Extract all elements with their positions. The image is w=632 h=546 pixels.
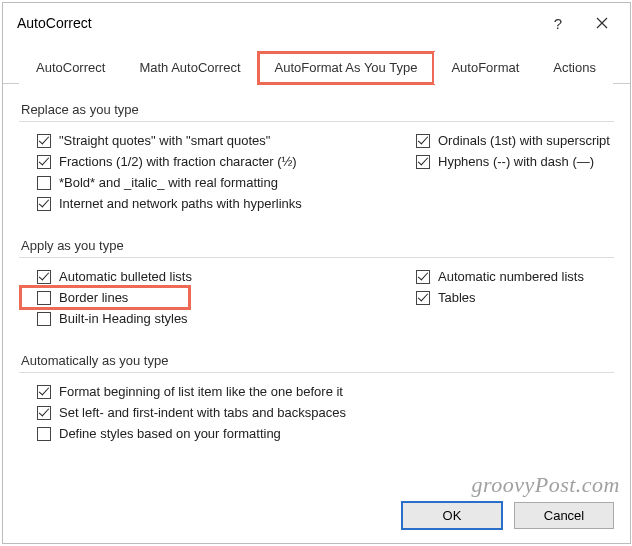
chk-ordinals[interactable]: Ordinals (1st) with superscript (416, 130, 614, 151)
checkbox-icon (37, 291, 51, 305)
window-title: AutoCorrect (17, 15, 536, 31)
tab-strip: AutoCorrect Math AutoCorrect AutoFormat … (3, 43, 630, 84)
checkbox-icon (37, 134, 51, 148)
checkbox-icon (37, 270, 51, 284)
close-icon (596, 17, 608, 29)
ok-button[interactable]: OK (402, 502, 502, 529)
chk-border-lines[interactable]: Border lines (21, 287, 189, 308)
chk-bold-italic[interactable]: *Bold* and _italic_ with real formatting (19, 172, 416, 193)
checkbox-icon (37, 197, 51, 211)
chk-set-indent[interactable]: Set left- and first-indent with tabs and… (19, 402, 614, 423)
checkbox-icon (416, 270, 430, 284)
tab-autoformat-as-you-type[interactable]: AutoFormat As You Type (258, 52, 435, 84)
cancel-button[interactable]: Cancel (514, 502, 614, 529)
chk-format-beginning[interactable]: Format beginning of list item like the o… (19, 381, 614, 402)
help-button[interactable]: ? (536, 8, 580, 38)
section-replace-title: Replace as you type (21, 102, 614, 117)
divider (19, 372, 614, 373)
checkbox-icon (37, 176, 51, 190)
section-auto-title: Automatically as you type (21, 353, 614, 368)
checkbox-icon (37, 385, 51, 399)
chk-hyperlinks[interactable]: Internet and network paths with hyperlin… (19, 193, 416, 214)
tab-actions[interactable]: Actions (536, 52, 613, 84)
chk-numbered-lists[interactable]: Automatic numbered lists (416, 266, 614, 287)
chk-heading-styles[interactable]: Built-in Heading styles (19, 308, 416, 329)
checkbox-icon (37, 406, 51, 420)
checkbox-icon (416, 134, 430, 148)
autocorrect-dialog: AutoCorrect ? AutoCorrect Math AutoCorre… (2, 2, 631, 544)
button-row: OK Cancel (3, 490, 630, 543)
section-apply-title: Apply as you type (21, 238, 614, 253)
checkbox-icon (416, 291, 430, 305)
chk-tables[interactable]: Tables (416, 287, 614, 308)
checkbox-icon (416, 155, 430, 169)
chk-define-styles[interactable]: Define styles based on your formatting (19, 423, 614, 444)
chk-straight-quotes[interactable]: "Straight quotes" with "smart quotes" (19, 130, 416, 151)
chk-bulleted-lists[interactable]: Automatic bulleted lists (19, 266, 416, 287)
tab-content: Replace as you type "Straight quotes" wi… (3, 84, 630, 490)
title-bar: AutoCorrect ? (3, 3, 630, 43)
tab-math-autocorrect[interactable]: Math AutoCorrect (122, 52, 257, 84)
checkbox-icon (37, 427, 51, 441)
checkbox-icon (37, 155, 51, 169)
chk-fractions[interactable]: Fractions (1/2) with fraction character … (19, 151, 416, 172)
close-button[interactable] (580, 8, 624, 38)
chk-hyphens[interactable]: Hyphens (--) with dash (—) (416, 151, 614, 172)
divider (19, 121, 614, 122)
divider (19, 257, 614, 258)
tab-autoformat[interactable]: AutoFormat (434, 52, 536, 84)
tab-autocorrect[interactable]: AutoCorrect (19, 52, 122, 84)
checkbox-icon (37, 312, 51, 326)
